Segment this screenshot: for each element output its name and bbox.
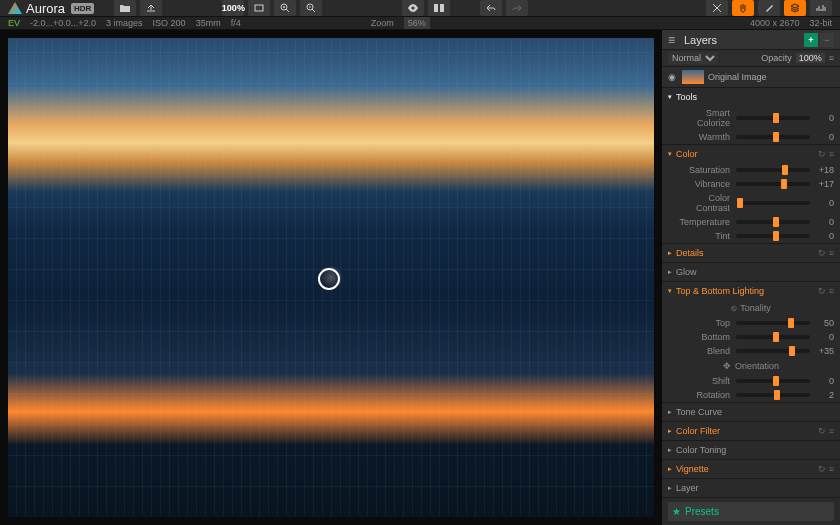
slider-label: Rotation (678, 390, 736, 400)
tools-header[interactable]: ▾Tools (662, 88, 840, 106)
svg-rect-1 (255, 5, 263, 11)
reset-icon[interactable]: ↻ ≡ (818, 149, 834, 159)
redo-button[interactable] (506, 0, 528, 16)
layer-name: Original Image (708, 72, 767, 82)
image-count: 3 images (106, 18, 143, 28)
slider-track[interactable] (736, 220, 810, 224)
slider-track[interactable] (736, 349, 810, 353)
slider-label: Bottom (678, 332, 736, 342)
orientation-subheader: ✥Orientation (662, 358, 840, 374)
glow-header[interactable]: ▸Glow (662, 263, 840, 281)
slider-row: Warmth 0 (662, 130, 840, 144)
remove-layer-button[interactable]: − (820, 33, 834, 47)
collapsed-section: ▸Color Toning (662, 441, 840, 460)
fit-screen-button[interactable] (248, 0, 270, 16)
slider-label: Vibrance (678, 179, 736, 189)
slider-row: Temperature 0 (662, 215, 840, 229)
slider-track[interactable] (736, 379, 810, 383)
color-header[interactable]: ▾Color↻ ≡ (662, 145, 840, 163)
slider-label: Color Contrast (678, 193, 736, 213)
slider-value: 0 (810, 217, 834, 227)
app-logo: Aurora HDR (8, 1, 94, 16)
slider-label: Saturation (678, 165, 736, 175)
preview-image (8, 38, 654, 517)
app-name: Aurora (26, 1, 65, 16)
info-bar: EV -2.0...+0.0...+2.0 3 images ISO 200 3… (0, 17, 840, 30)
zoom-in-button[interactable] (274, 0, 296, 16)
slider-value: 0 (810, 332, 834, 342)
zoom-out-button[interactable] (300, 0, 322, 16)
blend-row: Normal Opacity 100% ≡ (662, 50, 840, 67)
image-canvas[interactable] (0, 30, 662, 525)
opacity-menu-icon[interactable]: ≡ (829, 53, 834, 63)
tblight-section: ▾Top & Bottom Lighting↻ ≡ ⎋Tonality Top … (662, 282, 840, 403)
zoom-value[interactable]: 56% (404, 17, 430, 29)
slider-label: Smart Colorize (678, 108, 736, 128)
undo-button[interactable] (480, 0, 502, 16)
slider-value: +35 (810, 346, 834, 356)
preview-button[interactable] (402, 0, 424, 16)
open-file-button[interactable] (114, 0, 136, 16)
collapsed-section: ▸Layer (662, 479, 840, 498)
aperture-value: f/4 (231, 18, 241, 28)
compare-button[interactable] (428, 0, 450, 16)
details-section: ▸Details↻ ≡ (662, 244, 840, 263)
section-header[interactable]: ▸Tone Curve (662, 403, 840, 421)
collapsed-section: ▸Tone Curve (662, 403, 840, 422)
crop-tool-button[interactable] (706, 0, 728, 16)
layer-thumbnail (682, 70, 704, 84)
slider-row: Top 50 (662, 316, 840, 330)
svg-point-4 (412, 7, 415, 10)
adjustment-marker[interactable] (318, 268, 340, 290)
slider-track[interactable] (736, 116, 810, 120)
reset-icon[interactable]: ↻ ≡ (818, 464, 834, 474)
slider-label: Top (678, 318, 736, 328)
reset-icon[interactable]: ↻ ≡ (818, 248, 834, 258)
right-panel: Layers + − Normal Opacity 100% ≡ ◉ Origi… (662, 30, 840, 525)
reset-icon[interactable]: ↻ ≡ (818, 426, 834, 436)
section-header[interactable]: ▸Color Toning (662, 441, 840, 459)
section-header[interactable]: ▸Vignette↻ ≡ (662, 460, 840, 478)
iso-value: ISO 200 (153, 18, 186, 28)
slider-track[interactable] (736, 135, 810, 139)
blend-mode-select[interactable]: Normal (668, 52, 718, 64)
section-header[interactable]: ▸Color Filter↻ ≡ (662, 422, 840, 440)
menu-icon[interactable] (668, 33, 678, 47)
export-button[interactable] (140, 0, 162, 16)
slider-track[interactable] (736, 201, 810, 205)
svg-rect-6 (440, 4, 444, 12)
slider-track[interactable] (736, 321, 810, 325)
slider-row: Rotation 2 (662, 388, 840, 402)
layer-row[interactable]: ◉ Original Image (662, 67, 840, 88)
slider-track[interactable] (736, 168, 810, 172)
slider-value: 0 (810, 113, 834, 123)
brush-tool-button[interactable] (758, 0, 780, 16)
tools-section: ▾Tools Smart Colorize 0 Warmth 0 (662, 88, 840, 145)
add-layer-button[interactable]: + (804, 33, 818, 47)
slider-track[interactable] (736, 182, 810, 186)
svg-marker-0 (8, 2, 22, 14)
histogram-button[interactable] (810, 0, 832, 16)
reset-icon[interactable]: ↻ ≡ (818, 286, 834, 296)
slider-row: Tint 0 (662, 229, 840, 243)
collapsed-section: ▸Color Filter↻ ≡ (662, 422, 840, 441)
layers-tool-button[interactable] (784, 0, 806, 16)
slider-track[interactable] (736, 234, 810, 238)
slider-track[interactable] (736, 393, 810, 397)
visibility-icon[interactable]: ◉ (668, 72, 678, 82)
slider-row: Saturation +18 (662, 163, 840, 177)
slider-row: Color Contrast 0 (662, 191, 840, 215)
slider-label: Shift (678, 376, 736, 386)
slider-label: Temperature (678, 217, 736, 227)
section-header[interactable]: ▸Layer (662, 479, 840, 497)
presets-button[interactable]: ★ Presets (668, 502, 834, 521)
ev-label: EV (8, 18, 20, 28)
layers-header: Layers + − (662, 30, 840, 50)
details-header[interactable]: ▸Details↻ ≡ (662, 244, 840, 262)
opacity-value[interactable]: 100% (796, 53, 825, 63)
slider-value: 2 (810, 390, 834, 400)
zoom-100-button[interactable]: 100% (222, 0, 244, 16)
slider-track[interactable] (736, 335, 810, 339)
tblight-header[interactable]: ▾Top & Bottom Lighting↻ ≡ (662, 282, 840, 300)
hand-tool-button[interactable] (732, 0, 754, 16)
